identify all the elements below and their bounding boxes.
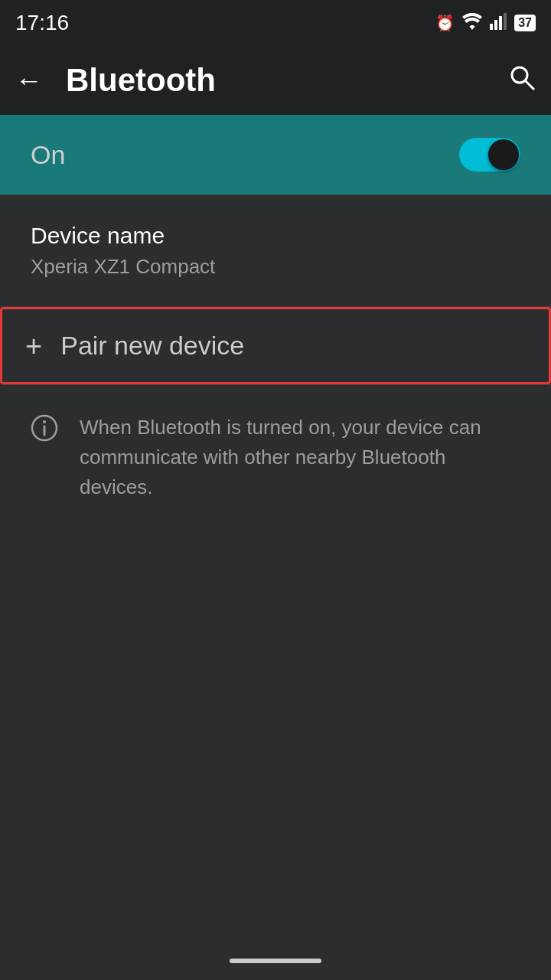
- home-indicator: [230, 959, 321, 963]
- info-icon: [31, 414, 58, 448]
- bluetooth-toggle-section: On: [0, 115, 551, 194]
- back-button[interactable]: ←: [15, 64, 43, 96]
- status-icons: ⏰ 37: [435, 13, 536, 34]
- signal-icon: [490, 13, 507, 34]
- svg-rect-3: [504, 13, 507, 30]
- device-name-section: Device name Xperia XZ1 Compact: [0, 195, 551, 306]
- pair-new-label: Pair new device: [60, 331, 244, 361]
- info-section: When Bluetooth is turned on, your device…: [0, 385, 551, 530]
- plus-icon: +: [25, 332, 42, 361]
- svg-line-5: [526, 81, 534, 90]
- battery-indicator: 37: [514, 15, 536, 31]
- svg-rect-0: [490, 24, 493, 30]
- search-button[interactable]: [508, 64, 536, 98]
- bluetooth-on-label: On: [31, 140, 65, 170]
- page-title: Bluetooth: [66, 62, 485, 99]
- bluetooth-toggle[interactable]: [459, 138, 520, 172]
- pair-new-device-button[interactable]: + Pair new device: [0, 307, 551, 384]
- svg-point-4: [512, 67, 527, 83]
- status-bar: 17:16 ⏰ 37: [0, 0, 551, 46]
- toolbar: ← Bluetooth: [0, 46, 551, 115]
- info-text: When Bluetooth is turned on, your device…: [80, 413, 520, 502]
- svg-rect-2: [499, 16, 502, 30]
- alarm-icon: ⏰: [435, 14, 455, 32]
- bottom-nav: [0, 942, 551, 980]
- svg-rect-1: [494, 20, 497, 30]
- device-name-title: Device name: [31, 223, 520, 249]
- toggle-knob: [488, 139, 519, 170]
- wifi-icon: [462, 13, 482, 34]
- status-time: 17:16: [15, 11, 69, 35]
- device-name-value: Xperia XZ1 Compact: [31, 255, 520, 279]
- svg-point-8: [43, 420, 46, 423]
